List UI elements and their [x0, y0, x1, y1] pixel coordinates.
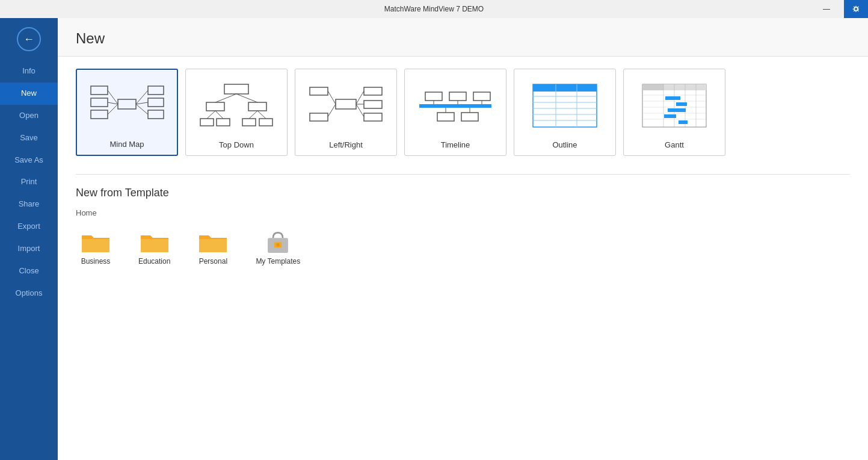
svg-line-8 — [108, 102, 118, 104]
education-folder-label: Education — [138, 257, 170, 266]
gantt-icon — [641, 75, 707, 135]
content-area: New — [58, 18, 868, 460]
sidebar-item-print[interactable]: Print — [0, 171, 58, 193]
content-body: Mind Map — [58, 57, 868, 282]
my-templates-folder-label: My Templates — [256, 257, 300, 266]
sidebar-item-close[interactable]: Close — [0, 260, 58, 282]
minimize-button[interactable]: — — [813, 0, 840, 18]
svg-rect-3 — [91, 110, 108, 119]
sidebar-item-info[interactable]: Info — [0, 60, 58, 82]
svg-rect-42 — [461, 113, 478, 121]
svg-rect-58 — [642, 84, 663, 90]
svg-rect-73 — [679, 120, 688, 124]
svg-line-21 — [236, 94, 257, 102]
gantt-label: Gantt — [665, 140, 684, 149]
svg-rect-59 — [663, 84, 706, 90]
app-logo: ⛭ — [844, 0, 868, 18]
sidebar-item-open[interactable]: Open — [0, 105, 58, 127]
left-right-icon — [307, 75, 385, 135]
svg-rect-30 — [364, 101, 382, 108]
sidebar: ← Info New Open Save Save As Print Share… — [0, 18, 58, 460]
svg-rect-18 — [242, 119, 256, 126]
section-divider — [76, 174, 850, 175]
svg-rect-71 — [668, 108, 686, 112]
svg-rect-70 — [676, 102, 687, 106]
sidebar-item-export[interactable]: Export — [0, 216, 58, 238]
view-card-timeline[interactable]: Timeline — [404, 69, 506, 156]
svg-rect-72 — [664, 114, 676, 118]
svg-rect-39 — [449, 92, 466, 101]
svg-rect-6 — [148, 110, 164, 119]
template-folders-container: Business Education — [76, 225, 850, 270]
svg-line-33 — [328, 104, 336, 117]
template-group-label: Home — [76, 208, 850, 217]
svg-rect-26 — [336, 99, 356, 109]
svg-rect-15 — [248, 102, 266, 111]
sidebar-item-import[interactable]: Import — [0, 238, 58, 260]
svg-point-76 — [277, 243, 280, 246]
svg-rect-0 — [118, 99, 136, 109]
svg-line-9 — [108, 104, 118, 114]
sidebar-item-share[interactable]: Share — [0, 193, 58, 216]
sidebar-item-options[interactable]: Options — [0, 282, 58, 305]
back-circle-icon: ← — [17, 27, 41, 51]
outline-label: Outline — [552, 140, 577, 149]
svg-rect-38 — [425, 92, 442, 101]
my-templates-folder-icon — [263, 229, 293, 253]
svg-line-7 — [108, 90, 118, 104]
back-button[interactable]: ← — [0, 18, 58, 60]
personal-folder-label: Personal — [199, 257, 227, 266]
svg-line-22 — [207, 111, 215, 119]
personal-folder-icon — [198, 229, 228, 253]
mind-map-icon — [88, 76, 166, 135]
svg-line-10 — [136, 90, 148, 104]
view-card-outline[interactable]: Outline — [514, 69, 616, 156]
svg-rect-2 — [91, 98, 108, 107]
view-card-gantt[interactable]: Gantt — [623, 69, 725, 156]
svg-rect-29 — [364, 87, 382, 95]
svg-rect-13 — [224, 84, 248, 94]
outline-icon — [532, 75, 598, 135]
svg-rect-17 — [217, 119, 230, 126]
app-body: ← Info New Open Save Save As Print Share… — [0, 18, 868, 460]
svg-line-12 — [136, 104, 148, 114]
svg-line-25 — [257, 111, 266, 119]
svg-rect-4 — [148, 86, 164, 95]
sidebar-item-save[interactable]: Save — [0, 127, 58, 149]
svg-rect-19 — [259, 119, 272, 126]
svg-line-23 — [215, 111, 223, 119]
template-folder-education[interactable]: Education — [134, 225, 175, 270]
svg-rect-37 — [419, 104, 491, 108]
svg-rect-31 — [364, 113, 382, 121]
left-right-label: Left/Right — [329, 140, 363, 149]
page-title: New — [76, 30, 850, 47]
view-card-top-down[interactable]: Top Down — [185, 69, 288, 156]
view-cards-container: Mind Map — [76, 69, 850, 156]
svg-line-34 — [356, 91, 364, 104]
svg-rect-40 — [473, 92, 490, 101]
svg-rect-16 — [200, 119, 214, 126]
title-bar: MatchWare MindView 7 DEMO — □ ⛭ — [0, 0, 868, 18]
education-folder-icon — [140, 229, 170, 253]
svg-rect-41 — [437, 113, 454, 121]
template-folder-my-templates[interactable]: My Templates — [251, 225, 305, 270]
sidebar-item-new[interactable]: New — [0, 82, 58, 105]
window-controls: — □ ⛭ — [813, 0, 868, 18]
template-folder-business[interactable]: Business — [76, 225, 115, 270]
app-title: MatchWare MindView 7 DEMO — [384, 5, 484, 13]
template-section: New from Template Home Business — [76, 187, 850, 270]
svg-rect-14 — [206, 102, 224, 111]
top-down-label: Top Down — [219, 140, 254, 149]
svg-rect-27 — [310, 87, 328, 95]
business-folder-label: Business — [81, 257, 111, 266]
sidebar-item-save-as[interactable]: Save As — [0, 149, 58, 172]
top-down-icon — [197, 75, 275, 135]
svg-rect-5 — [148, 98, 164, 107]
view-card-mind-map[interactable]: Mind Map — [76, 69, 178, 156]
template-folder-personal[interactable]: Personal — [193, 225, 233, 270]
view-card-left-right[interactable]: Left/Right — [295, 69, 397, 156]
business-folder-icon — [81, 229, 111, 253]
template-section-title: New from Template — [76, 187, 850, 199]
svg-line-36 — [356, 104, 364, 117]
timeline-icon — [416, 75, 494, 135]
